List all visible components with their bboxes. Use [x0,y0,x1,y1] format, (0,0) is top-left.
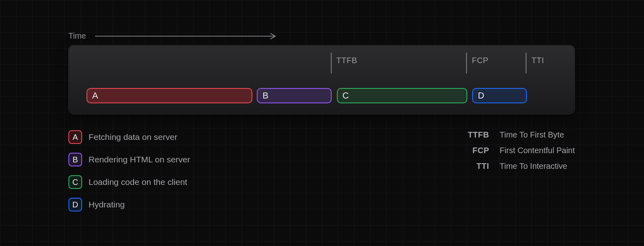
phase-swatch-letter: D [72,200,78,209]
phase-swatch-C: C [68,175,82,189]
metric-full: Time To First Byte [500,130,564,139]
phase-swatch-B: B [68,153,82,166]
time-axis-label: Time [68,31,86,41]
timeline-bar-D: D [472,88,527,103]
marker-tick-icon [331,53,332,74]
phase-swatch-A: A [68,130,82,144]
timeline-bar-B: B [257,88,332,103]
phase-desc: Fetching data on server [89,132,178,142]
marker-tick-icon [466,53,467,74]
marker-label: FCP [472,56,489,65]
phase-legend-row-A: AFetching data on server [68,130,190,144]
phase-swatch-letter: B [72,155,78,164]
bar-letter: C [343,90,349,101]
metric-abbr: TTI [465,162,489,171]
phase-legend: AFetching data on serverBRendering HTML … [68,130,190,211]
metric-row-tti: TTITime To Interactive [465,162,575,171]
arrow-right-icon [95,33,280,40]
metric-row-ttfb: TTFBTime To First Byte [465,130,575,139]
metric-full: First Contentful Paint [500,146,575,155]
bar-letter: B [262,90,268,101]
bar-letter: D [478,90,484,101]
time-axis: Time [68,31,280,41]
metric-abbr: TTFB [465,130,489,139]
timeline-bar-A: A [87,88,252,103]
bar-letter: A [92,90,98,101]
marker-label: TTFB [336,56,357,65]
timeline-panel: TTFBFCPTTI ABCD [68,45,575,114]
metric-row-fcp: FCPFirst Contentful Paint [465,146,575,155]
phase-legend-row-D: DHydrating [68,198,190,211]
timeline-bars: ABCD [69,88,574,103]
metric-full: Time To Interactive [500,162,567,171]
phase-swatch-letter: A [72,133,78,142]
phase-desc: Loading code on the client [89,177,187,187]
phase-desc: Rendering HTML on server [89,155,190,164]
phase-legend-row-B: BRendering HTML on server [68,153,190,166]
timeline-bar-C: C [337,88,467,103]
phase-swatch-D: D [68,198,82,211]
metrics-legend: TTFBTime To First ByteFCPFirst Contentfu… [465,130,575,171]
marker-label: TTI [531,56,544,65]
metric-abbr: FCP [465,146,489,155]
marker-tick-icon [526,53,526,74]
phase-swatch-letter: C [72,178,78,187]
phase-desc: Hydrating [89,200,125,209]
phase-legend-row-C: CLoading code on the client [68,175,190,189]
